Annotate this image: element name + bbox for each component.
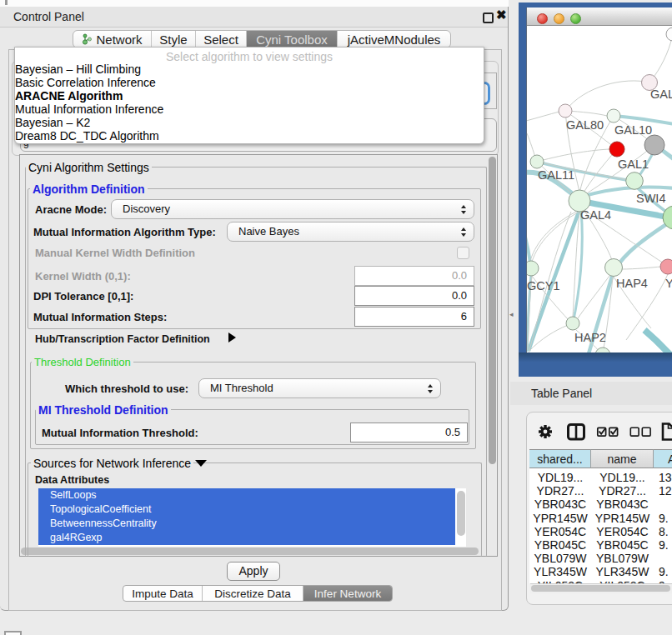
svg-text:GAL1: GAL1 — [618, 158, 649, 171]
svg-text:YM: YM — [665, 277, 672, 290]
svg-text:SWI4: SWI4 — [636, 192, 665, 205]
svg-text:HAP2: HAP2 — [574, 331, 606, 344]
svg-text:GAL7: GAL7 — [650, 88, 672, 101]
svg-text:GAL10: GAL10 — [614, 123, 652, 137]
svg-text:HAP4: HAP4 — [616, 277, 648, 290]
svg-text:GCY1: GCY1 — [527, 279, 560, 292]
svg-text:GAL80: GAL80 — [566, 118, 604, 132]
svg-text:GAL11: GAL11 — [538, 168, 574, 182]
svg-text:GAL4: GAL4 — [580, 208, 611, 222]
